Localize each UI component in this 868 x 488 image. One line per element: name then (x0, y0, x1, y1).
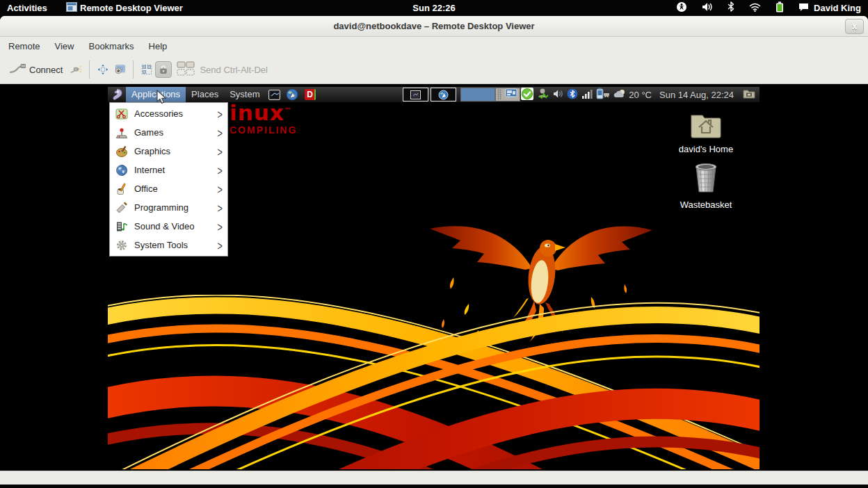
wifi-icon[interactable] (749, 2, 761, 15)
bottom-edge (0, 485, 868, 488)
volume-icon[interactable] (702, 2, 713, 15)
updates-tray-icon[interactable] (521, 88, 533, 102)
menu-help[interactable]: Help (143, 37, 173, 56)
signal-strength-tray-icon[interactable] (581, 89, 593, 101)
shell-clock[interactable]: Sun 22:26 (412, 0, 455, 16)
panel-applet-icon[interactable] (743, 88, 755, 101)
menu-bookmarks[interactable]: Bookmarks (83, 37, 139, 56)
applications-menu: Accessories > Games > Graphics > (109, 102, 228, 257)
connect-button[interactable]: Connect (4, 60, 67, 80)
keyboard-icon (177, 61, 196, 79)
weather-temperature[interactable]: 20 °C (629, 90, 652, 100)
menu-item-internet[interactable]: Internet > (110, 161, 227, 179)
palette-icon (115, 145, 128, 158)
window-toolbar: Connect Send Ctrl-Alt-Del (0, 56, 868, 84)
remote-screen[interactable]: inux™ COMPILING (108, 87, 760, 469)
user-menu[interactable]: David King (798, 3, 861, 14)
network-user-tray-icon[interactable] (537, 88, 549, 101)
focused-app-menu[interactable]: Remote Desktop Viewer (66, 0, 183, 16)
cable-icon (9, 63, 26, 76)
screenshot-icon[interactable] (111, 61, 128, 78)
window-menubar: Remote View Bookmarks Help (0, 37, 868, 56)
chat-bubble-icon (798, 3, 809, 14)
menu-view[interactable]: View (49, 37, 80, 56)
menu-item-system-tools[interactable]: System Tools > (110, 236, 227, 254)
wallpaper-ribbons-artwork (108, 295, 760, 469)
weather-cloud-icon[interactable] (613, 89, 625, 100)
submenu-arrow-icon: > (217, 238, 222, 252)
accessibility-icon[interactable] (676, 1, 687, 15)
window-title: david@netbookdave – Remote Desktop Viewe… (0, 16, 868, 37)
submenu-arrow-icon: > (217, 200, 222, 215)
mouse-cursor (156, 90, 168, 105)
submenu-arrow-icon: > (217, 106, 222, 121)
panel-clock[interactable]: Sun 14 Aug, 22:24 (659, 90, 734, 100)
browser-launcher-icon[interactable] (286, 89, 298, 100)
home-folder-icon (690, 112, 722, 141)
submenu-arrow-icon: > (217, 144, 222, 158)
disconnect-plug-icon[interactable] (67, 61, 84, 78)
joystick-icon (115, 126, 128, 139)
taskbar-window-terminal[interactable] (403, 88, 428, 101)
submenu-arrow-icon: > (217, 125, 222, 140)
d-app-launcher-icon[interactable]: D (304, 89, 316, 100)
send-ctrl-alt-del-button[interactable]: Send Ctrl-Alt-Del (172, 58, 273, 82)
menu-item-games[interactable]: Games > (110, 123, 227, 142)
menu-item-graphics[interactable]: Graphics > (110, 142, 227, 161)
workspace-active[interactable] (460, 88, 495, 101)
shell-top-bar: Activities Remote Desktop Viewer Sun 22:… (0, 0, 868, 16)
focused-app-title: Remote Desktop Viewer (80, 3, 183, 13)
user-name: David King (814, 3, 861, 13)
panel-menu-system[interactable]: System (224, 87, 265, 102)
terminal-launcher-icon[interactable] (268, 89, 280, 100)
pen-ink-icon (115, 182, 128, 195)
distro-logo-icon (111, 89, 123, 100)
menu-item-programming[interactable]: Programming > (110, 198, 227, 217)
film-note-icon (115, 220, 128, 233)
send-ctrl-alt-del-label: Send Ctrl-Alt-Del (200, 65, 268, 75)
submenu-arrow-icon: > (217, 163, 222, 177)
menu-item-sound-video[interactable]: Sound & Video > (110, 217, 227, 236)
scissors-icon (115, 107, 128, 120)
menu-item-office[interactable]: Office > (110, 179, 227, 198)
toolbar-separator (89, 60, 90, 79)
desktop-icon-label: Wastebasket (680, 200, 732, 210)
battery-icon[interactable] (775, 1, 784, 15)
submenu-arrow-icon: > (217, 219, 222, 234)
desktop-icon-home[interactable]: david's Home (661, 112, 751, 154)
viewer-window: david@netbookdave – Remote Desktop Viewe… (0, 16, 868, 488)
bluetooth-tray-icon[interactable] (567, 88, 578, 101)
bluetooth-icon[interactable] (728, 1, 734, 15)
volume-tray-icon[interactable] (553, 89, 563, 101)
activities-button[interactable]: Activities (7, 0, 47, 16)
wallpaper-distro-text: inux™ COMPILING (230, 102, 297, 136)
close-button[interactable]: x (845, 19, 864, 34)
globe-icon (115, 163, 128, 177)
taskbar-window-browser[interactable] (431, 88, 456, 101)
remote-view-area: inux™ COMPILING (0, 84, 868, 471)
connect-label: Connect (29, 65, 63, 75)
readonly-lock-toggle[interactable] (155, 61, 172, 78)
trash-icon (693, 162, 719, 197)
display-tray-icon[interactable] (505, 88, 517, 101)
panel-drag-handle[interactable] (497, 89, 501, 100)
menu-remote[interactable]: Remote (3, 37, 46, 56)
trowel-icon (115, 201, 128, 214)
scaling-icon[interactable] (138, 61, 155, 78)
battery-tray-icon[interactable] (596, 88, 610, 101)
window-titlebar[interactable]: david@netbookdave – Remote Desktop Viewe… (0, 16, 868, 37)
submenu-arrow-icon: > (217, 181, 222, 196)
menu-item-accessories[interactable]: Accessories > (110, 104, 227, 123)
desktop-icon-label: david's Home (679, 144, 733, 154)
fullscreen-icon[interactable] (95, 61, 111, 78)
toolbar-separator (133, 60, 134, 79)
remote-top-panel: Applications Places System D (108, 87, 760, 102)
viewer-statusbar (0, 471, 868, 485)
desktop-icon-wastebasket[interactable]: Wastebasket (661, 162, 751, 210)
panel-menu-places[interactable]: Places (186, 87, 224, 102)
app-window-icon (66, 2, 77, 14)
gear-icon (115, 238, 128, 252)
